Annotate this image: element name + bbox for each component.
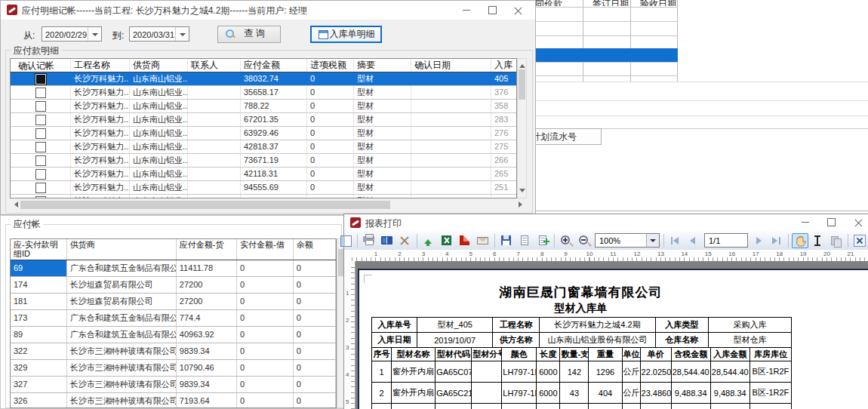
confirm-checkbox[interactable]: [35, 128, 46, 139]
confirm-checkbox[interactable]: [35, 101, 46, 112]
export-button[interactable]: [420, 233, 437, 248]
inbound-detail-button[interactable]: 入库单明细: [310, 26, 382, 43]
table-row[interactable]: 173广东合和建筑五金制品有限公司774.400: [11, 310, 336, 327]
confirm-checkbox[interactable]: [35, 183, 46, 193]
table-row[interactable]: 长沙万科魅力...山东南山铝业...67201.350型材283: [11, 113, 516, 127]
chevron-down-icon[interactable]: [175, 27, 189, 41]
hand-tool-button[interactable]: [792, 233, 808, 248]
horizontal-scrollbar[interactable]: [10, 200, 527, 210]
column-header[interactable]: 进项税额: [307, 59, 354, 72]
column-header[interactable]: 确认记帐: [11, 59, 71, 72]
minimize-button[interactable]: [793, 213, 818, 231]
print-button[interactable]: [361, 233, 377, 248]
table-row[interactable]: 长沙万科魅力...山东南山铝业...35658.170型材376: [11, 86, 516, 100]
column-header[interactable]: 余额: [294, 239, 336, 260]
last-page-button[interactable]: [768, 233, 785, 248]
title-bar[interactable]: 报表打印: [344, 214, 868, 232]
arrow-left-icon: [690, 237, 695, 244]
title-bar[interactable]: 应付明细记帐------当前工程: 长沙万科魅力之城4.2期------当前用户…: [1, 1, 535, 20]
table-row[interactable]: 长沙万科魅力...山东南山铝业...42818.370型材275: [11, 140, 516, 154]
report-preview-area[interactable]: 12345 湖南巨晟门窗幕墙有限公司 型材入库单 入库单号 型材_405 工程名…: [344, 261, 868, 409]
table-row[interactable]: 89广东合和建筑五金制品有限公司40963.9200: [11, 327, 336, 343]
export-pdf-button[interactable]: [457, 233, 473, 248]
column-header[interactable]: 工程名称: [71, 59, 130, 72]
page-setup-button[interactable]: [516, 233, 533, 248]
table-row[interactable]: 327长沙市三湘特种玻璃有限公司9839.3400: [11, 377, 336, 393]
copy-pages-button[interactable]: [828, 233, 845, 248]
chevron-down-icon[interactable]: [88, 27, 101, 41]
table-row[interactable]: 长沙万科魅力...山东南山铝业...788.220型材358: [11, 100, 516, 113]
maximize-button[interactable]: [818, 213, 844, 231]
detail-column-header: 颜色: [502, 348, 537, 361]
column-header[interactable]: 供货商: [130, 59, 188, 72]
column-header[interactable]: 确认日期: [411, 59, 491, 72]
table-row[interactable]: 长沙万科魅力...山东南山铝业...42118.310型材265: [11, 168, 516, 181]
chevron-down-icon[interactable]: [646, 234, 659, 247]
text-select-tool-button[interactable]: [810, 233, 826, 248]
open-button[interactable]: [379, 233, 396, 248]
confirm-checkbox[interactable]: [35, 155, 46, 166]
send-mail-button[interactable]: [475, 233, 491, 248]
report-page: 湖南巨晟门窗幕墙有限公司 型材入库单 入库单号 型材_405 工程名称 长沙万科…: [358, 269, 868, 409]
maximize-button[interactable]: [479, 1, 505, 19]
add-page-button[interactable]: [534, 233, 551, 248]
close-button[interactable]: [505, 1, 531, 19]
column-header[interactable]: 入库: [491, 59, 516, 72]
table-row[interactable]: 181长沙坦森贸易有限公司2720000: [11, 294, 336, 310]
confirm-checkbox[interactable]: [35, 74, 46, 85]
scroll-down-icon[interactable]: [519, 189, 525, 195]
table-row[interactable]: 长沙万科魅力...山东南山铝业...94555.690型材251: [11, 181, 516, 195]
table-row[interactable]: 326长沙市三湘特种玻璃有限公司7193.6400: [11, 393, 336, 408]
table-row[interactable]: 174长沙坦森贸易有限公司2720000: [11, 277, 336, 294]
settings-button[interactable]: [397, 233, 414, 248]
table-row[interactable]: 329长沙市三湘特种玻璃有限公司10790.4600: [11, 360, 336, 377]
vertical-scrollbar[interactable]: [517, 58, 527, 198]
zoom-out-button[interactable]: [576, 233, 593, 248]
prev-page-button[interactable]: [685, 233, 702, 248]
confirm-checkbox[interactable]: [35, 169, 46, 180]
table-row[interactable]: 长沙万科魅力...山东南山铝业...73671.190型材266: [11, 154, 516, 168]
scrollbar-thumb[interactable]: [519, 69, 525, 100]
column-header[interactable]: 应-实付款明细ID: [11, 239, 67, 260]
close-preview-button[interactable]: [851, 233, 868, 248]
query-button[interactable]: 查 询: [217, 26, 281, 43]
export-excel-button[interactable]: [439, 233, 455, 248]
zoom-level-combobox[interactable]: 100%: [595, 233, 660, 248]
first-page-button[interactable]: [667, 233, 684, 248]
cell: 0: [237, 327, 294, 343]
to-date-combobox[interactable]: 2020/03/31: [129, 26, 189, 42]
minimize-button[interactable]: [454, 1, 479, 19]
column-header[interactable]: 应付金额-货: [177, 239, 237, 260]
next-page-button[interactable]: [750, 233, 767, 248]
column-header[interactable]: 供货商: [67, 239, 177, 260]
cell: 0: [307, 86, 354, 99]
table-row[interactable]: 69广东合和建筑五金制品有限公司11411.7800: [11, 260, 336, 277]
cell: 0: [307, 127, 354, 140]
confirm-checkbox[interactable]: [35, 142, 46, 152]
table-row[interactable]: 长沙万科魅力...山东南山铝业...3895.840型材250: [11, 195, 516, 198]
confirm-checkbox[interactable]: [35, 196, 46, 198]
column-header[interactable]: 摘要: [354, 59, 411, 72]
toggle-panel-button[interactable]: [337, 233, 354, 248]
table-row[interactable]: 长沙万科魅力...山东南山铝业...63929.460型材276: [11, 127, 516, 140]
column-header[interactable]: 联系人: [188, 59, 241, 72]
zoom-in-button[interactable]: [558, 233, 574, 248]
confirm-checkbox[interactable]: [35, 88, 46, 98]
search-icon: [226, 29, 235, 38]
scroll-up-icon[interactable]: [519, 61, 525, 68]
cell: [188, 113, 241, 126]
close-button[interactable]: [845, 213, 868, 231]
table-row[interactable]: 322长沙市三湘特种玻璃有限公司9839.3400: [11, 343, 336, 360]
ruler-number: 14: [681, 251, 688, 257]
table-row[interactable]: 长沙万科魅力...山东南山铝业...38032.740型材405: [11, 72, 516, 86]
save-button[interactable]: [498, 233, 515, 248]
scroll-right-icon[interactable]: [519, 201, 525, 208]
scroll-left-icon[interactable]: [11, 201, 18, 208]
column-header[interactable]: 应付金额: [241, 59, 307, 72]
page-indicator-field[interactable]: 1/1: [704, 233, 748, 248]
scrollbar-thumb[interactable]: [20, 201, 390, 209]
column-header[interactable]: 实付金额-借: [237, 239, 294, 260]
cell: 广东合和建筑五金制品有限公司: [67, 327, 177, 343]
from-date-combobox[interactable]: 2020/02/29: [42, 26, 102, 42]
confirm-checkbox[interactable]: [35, 115, 46, 125]
